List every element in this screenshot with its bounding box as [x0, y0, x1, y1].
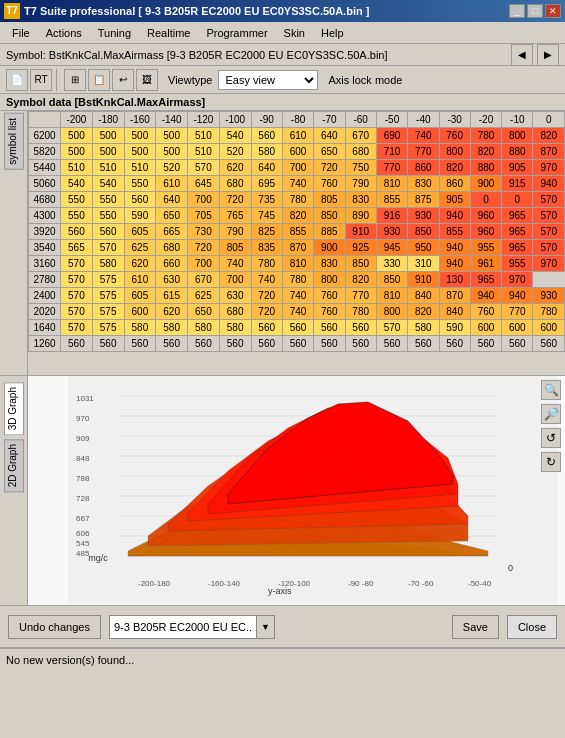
- table-cell[interactable]: 875: [408, 192, 439, 208]
- table-cell[interactable]: 855: [439, 224, 470, 240]
- table-cell[interactable]: 945: [376, 240, 407, 256]
- table-cell[interactable]: 560: [92, 224, 124, 240]
- table-cell[interactable]: 605: [124, 288, 156, 304]
- minimize-button[interactable]: _: [509, 4, 525, 18]
- table-cell[interactable]: 560: [251, 320, 282, 336]
- table-cell[interactable]: 550: [61, 208, 93, 224]
- table-cell[interactable]: 965: [502, 240, 533, 256]
- table-cell[interactable]: 970: [533, 160, 565, 176]
- table-cell[interactable]: 570: [533, 224, 565, 240]
- table-cell[interactable]: 560: [61, 224, 93, 240]
- table-cell[interactable]: 800: [502, 128, 533, 144]
- table-cell[interactable]: 575: [92, 320, 124, 336]
- table-cell[interactable]: 770: [502, 304, 533, 320]
- table-cell[interactable]: 780: [345, 304, 376, 320]
- table-cell[interactable]: 720: [251, 288, 282, 304]
- table-cell[interactable]: 800: [439, 144, 470, 160]
- table-cell[interactable]: 510: [188, 144, 220, 160]
- data-table-container[interactable]: -200-180-160-140-120-100-90-80-70-60-50-…: [28, 111, 565, 375]
- table-cell[interactable]: 961: [470, 256, 501, 272]
- toolbar-btn-5[interactable]: ↩: [112, 69, 134, 91]
- table-cell[interactable]: 650: [156, 208, 188, 224]
- table-cell[interactable]: 830: [345, 192, 376, 208]
- table-cell[interactable]: 860: [439, 176, 470, 192]
- table-cell[interactable]: 940: [533, 176, 565, 192]
- table-cell[interactable]: 560: [533, 336, 565, 352]
- table-cell[interactable]: 740: [251, 272, 282, 288]
- maximize-button[interactable]: □: [527, 4, 543, 18]
- menu-item-actions[interactable]: Actions: [38, 25, 90, 41]
- table-cell[interactable]: 690: [376, 128, 407, 144]
- table-cell[interactable]: 855: [376, 192, 407, 208]
- file-dropdown-button[interactable]: ▼: [257, 615, 275, 639]
- table-cell[interactable]: 780: [533, 304, 565, 320]
- table-cell[interactable]: 600: [470, 320, 501, 336]
- table-cell[interactable]: 940: [439, 208, 470, 224]
- table-cell[interactable]: 910: [408, 272, 439, 288]
- table-cell[interactable]: 560: [282, 320, 313, 336]
- table-cell[interactable]: 560: [251, 128, 282, 144]
- table-cell[interactable]: 560: [156, 336, 188, 352]
- table-cell[interactable]: 905: [502, 160, 533, 176]
- table-cell[interactable]: 560: [124, 336, 156, 352]
- table-cell[interactable]: 720: [314, 160, 345, 176]
- table-cell[interactable]: 500: [61, 144, 93, 160]
- table-cell[interactable]: 880: [502, 144, 533, 160]
- table-cell[interactable]: 910: [345, 224, 376, 240]
- table-cell[interactable]: 650: [188, 304, 220, 320]
- table-cell[interactable]: 560: [251, 336, 282, 352]
- table-cell[interactable]: 925: [345, 240, 376, 256]
- table-cell[interactable]: 570: [61, 288, 93, 304]
- table-cell[interactable]: 830: [408, 176, 439, 192]
- table-cell[interactable]: 770: [408, 144, 439, 160]
- table-cell[interactable]: 510: [92, 160, 124, 176]
- table-cell[interactable]: 760: [314, 176, 345, 192]
- table-cell[interactable]: 800: [376, 304, 407, 320]
- table-cell[interactable]: 820: [408, 304, 439, 320]
- table-cell[interactable]: 550: [61, 192, 93, 208]
- table-cell[interactable]: 580: [156, 320, 188, 336]
- toolbar-btn-6[interactable]: 🖼: [136, 69, 158, 91]
- table-cell[interactable]: 900: [470, 176, 501, 192]
- table-cell[interactable]: 610: [124, 272, 156, 288]
- table-cell[interactable]: 580: [408, 320, 439, 336]
- table-cell[interactable]: 850: [376, 272, 407, 288]
- table-cell[interactable]: 550: [92, 208, 124, 224]
- table-cell[interactable]: 810: [376, 288, 407, 304]
- table-cell[interactable]: 330: [376, 256, 407, 272]
- toolbar-btn-1[interactable]: 📄: [6, 69, 28, 91]
- table-cell[interactable]: 880: [470, 160, 501, 176]
- table-cell[interactable]: 670: [188, 272, 220, 288]
- table-cell[interactable]: 890: [345, 208, 376, 224]
- table-cell[interactable]: 500: [156, 144, 188, 160]
- table-cell[interactable]: 575: [92, 304, 124, 320]
- table-cell[interactable]: 570: [61, 272, 93, 288]
- table-cell[interactable]: 590: [124, 208, 156, 224]
- table-cell[interactable]: 615: [156, 288, 188, 304]
- table-cell[interactable]: 765: [219, 208, 251, 224]
- table-cell[interactable]: 970: [533, 256, 565, 272]
- symbol-list-tab[interactable]: symbol list: [4, 113, 24, 170]
- table-cell[interactable]: 560: [314, 336, 345, 352]
- menu-item-skin[interactable]: Skin: [276, 25, 313, 41]
- table-cell[interactable]: 565: [61, 240, 93, 256]
- table-cell[interactable]: 560: [439, 336, 470, 352]
- rotate-right-btn[interactable]: ↻: [541, 452, 561, 472]
- table-cell[interactable]: 680: [219, 176, 251, 192]
- table-cell[interactable]: 540: [61, 176, 93, 192]
- table-cell[interactable]: 640: [314, 128, 345, 144]
- table-cell[interactable]: 560: [61, 336, 93, 352]
- table-cell[interactable]: 900: [314, 240, 345, 256]
- table-cell[interactable]: 835: [251, 240, 282, 256]
- table-cell[interactable]: 500: [61, 128, 93, 144]
- menu-item-tuning[interactable]: Tuning: [90, 25, 139, 41]
- table-cell[interactable]: 830: [314, 256, 345, 272]
- table-cell[interactable]: 560: [314, 320, 345, 336]
- table-cell[interactable]: 520: [156, 160, 188, 176]
- viewtype-select[interactable]: Easy view Advanced view: [218, 70, 318, 90]
- table-cell[interactable]: 560: [502, 336, 533, 352]
- table-cell[interactable]: 630: [156, 272, 188, 288]
- table-cell[interactable]: 740: [408, 128, 439, 144]
- close-button[interactable]: Close: [507, 615, 557, 639]
- table-cell[interactable]: 730: [188, 224, 220, 240]
